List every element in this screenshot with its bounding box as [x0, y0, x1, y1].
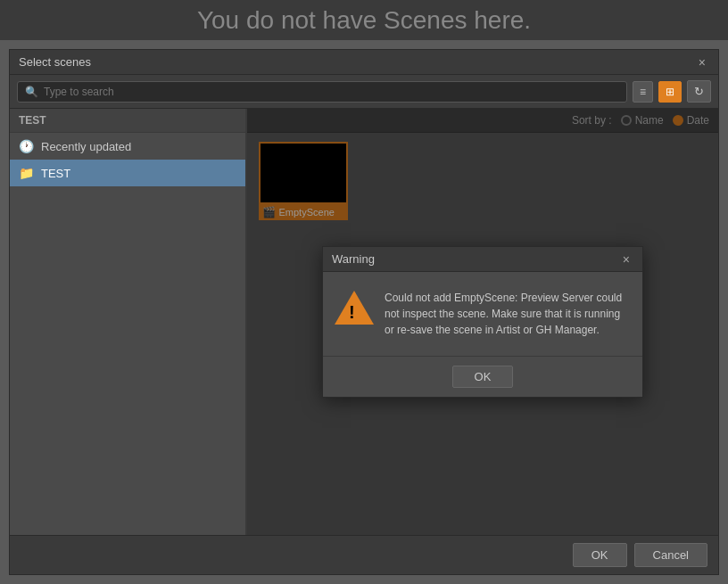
bottom-bar: OK Cancel	[10, 535, 718, 574]
triangle-icon: !	[335, 291, 374, 325]
warning-close-button[interactable]: ×	[619, 253, 633, 266]
search-icon: 🔍	[25, 86, 38, 98]
ok-button[interactable]: OK	[573, 543, 627, 567]
dialog-close-button[interactable]: ×	[695, 56, 709, 69]
warning-message: Could not add EmptyScene: Preview Server…	[385, 290, 629, 338]
sidebar: TEST 🕐 Recently updated 📁 TEST	[10, 109, 246, 535]
sidebar-header: TEST	[10, 109, 245, 133]
warning-icon-container: !	[336, 290, 372, 325]
list-view-button[interactable]: ≡	[633, 81, 653, 103]
warning-ok-button[interactable]: OK	[452, 366, 514, 388]
warning-body: ! Could not add EmptyScene: Preview Serv…	[323, 272, 642, 356]
main-panel: Sort by : Name Date 🎬 EmptyScene	[247, 109, 718, 535]
cancel-button[interactable]: Cancel	[634, 543, 707, 567]
refresh-button[interactable]: ↻	[687, 80, 711, 103]
search-box: 🔍	[17, 81, 627, 103]
toolbar: 🔍 ≡ ⊞ ↻	[10, 75, 718, 109]
sidebar-item-recently-updated[interactable]: 🕐 Recently updated	[10, 133, 245, 160]
warning-title: Warning	[332, 252, 375, 266]
dialog-title: Select scenes	[19, 55, 91, 69]
warning-overlay: Warning × ! Could not add EmptyScene: Pr…	[247, 109, 718, 535]
sidebar-item-label: TEST	[41, 167, 70, 180]
warning-titlebar: Warning ×	[323, 247, 642, 272]
clock-icon: 🕐	[19, 139, 34, 153]
warning-footer: OK	[323, 356, 642, 397]
content-area: TEST 🕐 Recently updated 📁 TEST Sort by :…	[10, 109, 718, 535]
folder-icon: 📁	[19, 166, 34, 180]
search-input[interactable]	[44, 86, 619, 98]
warning-dialog: Warning × ! Could not add EmptyScene: Pr…	[322, 246, 643, 398]
main-dialog: Select scenes × 🔍 ≡ ⊞ ↻ TEST 🕐 Recently …	[9, 49, 719, 575]
dialog-titlebar: Select scenes ×	[10, 50, 718, 75]
exclamation-icon: !	[349, 303, 355, 321]
sidebar-item-test[interactable]: 📁 TEST	[10, 160, 245, 186]
sidebar-item-label: Recently updated	[41, 140, 131, 153]
background-title: You do not have Scenes here.	[0, 0, 728, 40]
grid-view-button[interactable]: ⊞	[658, 81, 682, 103]
